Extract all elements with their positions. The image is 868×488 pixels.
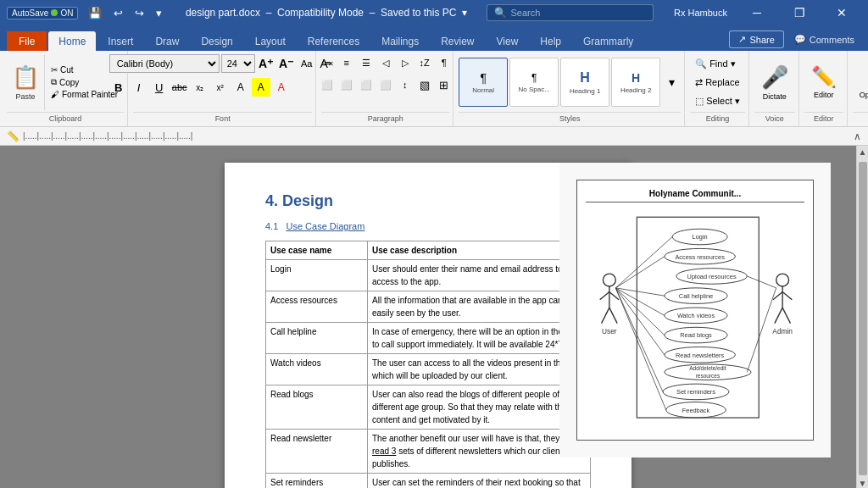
table-row: LoginUser should enter their name and em… (266, 259, 591, 291)
copy-icon: ⧉ (51, 77, 57, 87)
font-grow-button[interactable]: A⁺ (257, 54, 275, 73)
tab-mailings[interactable]: Mailings (371, 31, 429, 51)
tab-help[interactable]: Help (530, 31, 571, 51)
tab-review[interactable]: Review (431, 31, 484, 51)
redo-icon[interactable]: ↪ (131, 5, 147, 21)
select-button[interactable]: ⬚ Select ▾ (690, 92, 745, 109)
grammarly-label: Grammarly (853, 112, 868, 125)
svg-line-12 (782, 308, 790, 324)
replace-button[interactable]: ⇄ Replace (690, 74, 745, 91)
dictate-button[interactable]: 🎤 Dictate (754, 54, 795, 110)
tab-view[interactable]: View (487, 31, 529, 51)
save-icon[interactable]: 💾 (85, 5, 105, 21)
tab-layout[interactable]: Layout (245, 31, 296, 51)
editor-button[interactable]: ✏️ Editor (804, 54, 843, 110)
svg-text:Watch videos: Watch videos (677, 312, 715, 319)
chapter-heading: 4. Design (265, 190, 591, 213)
case-button[interactable]: Aa (298, 54, 316, 73)
editor-icon: ✏️ (811, 65, 837, 89)
subscript-button[interactable]: x₂ (191, 78, 209, 97)
bullets-button[interactable]: ≔ (318, 54, 337, 71)
style-no-spacing[interactable]: ¶ No Spac... (509, 58, 559, 107)
tab-home[interactable]: Home (48, 31, 96, 51)
style-heading2-label: Heading 2 (620, 86, 651, 94)
scroll-down-button[interactable]: ▼ (857, 477, 868, 488)
find-icon: 🔍 (695, 58, 707, 69)
tab-design[interactable]: Design (191, 31, 242, 51)
saved-status: Saved to this PC (381, 7, 456, 19)
text-effects-button[interactable]: A (231, 78, 250, 97)
compatibility-mode: Compatibility Mode (277, 7, 364, 19)
collapse-ribbon-button[interactable]: ∧ (854, 130, 861, 142)
line-spacing-button[interactable]: ↕ (396, 76, 415, 93)
undo-icon[interactable]: ↩ (110, 5, 126, 21)
strikethrough-button[interactable]: abc (170, 78, 189, 97)
restore-button[interactable]: ❐ (780, 0, 819, 25)
table-cell-description: User can also read the blogs of differen… (368, 385, 591, 429)
grammarly-button[interactable]: G Open Grammarly (853, 54, 868, 110)
italic-button[interactable]: I (130, 78, 148, 97)
show-marks-button[interactable]: ¶ (435, 54, 453, 71)
align-right-button[interactable]: ⬜ (357, 76, 376, 93)
paragraph-content: ≔ ≡ ☰ ◁ ▷ ↕Z ¶ ⬜ ⬜ ⬜ ⬜ ↕ ▧ ⊞ (318, 54, 453, 110)
uml-svg: User Admin Login (586, 209, 806, 430)
font-color-button[interactable]: A (272, 78, 291, 97)
superscript-button[interactable]: x² (211, 78, 230, 97)
table-cell-name: Watch videos (266, 353, 368, 385)
style-normal[interactable]: ¶ Normal (459, 58, 508, 107)
increase-indent-button[interactable]: ▷ (396, 54, 415, 71)
shading-button[interactable]: ▧ (415, 76, 434, 93)
cut-icon: ✂ (51, 65, 58, 75)
comments-button[interactable]: 💬 Comments (787, 31, 861, 47)
borders-button[interactable]: ⊞ (435, 76, 453, 93)
paste-button[interactable]: 📋 Paste (7, 54, 45, 110)
search-input[interactable] (510, 8, 646, 18)
sort-button[interactable]: ↕Z (415, 54, 434, 71)
editor-group: ✏️ Editor Editor (801, 51, 848, 126)
decrease-indent-button[interactable]: ◁ (376, 54, 395, 71)
style-heading1-preview: H (580, 70, 590, 86)
ribbon: 📋 Paste ✂ Cut ⧉ Copy 🖌 Format Painter Cl… (0, 51, 868, 127)
svg-text:Call helpline: Call helpline (679, 292, 713, 300)
svg-line-3 (609, 292, 619, 300)
find-button[interactable]: 🔍 Find ▾ (690, 55, 745, 72)
clipboard-content: 📋 Paste ✂ Cut ⧉ Copy 🖌 Format Painter (7, 54, 124, 110)
bold-button[interactable]: B (109, 78, 128, 97)
style-heading2[interactable]: H Heading 2 (611, 58, 660, 107)
numbering-button[interactable]: ≡ (337, 54, 356, 71)
tab-references[interactable]: References (298, 31, 370, 51)
styles-more-button[interactable]: ▾ (662, 74, 681, 91)
share-button[interactable]: ↗ Share (729, 30, 783, 48)
style-heading1[interactable]: H Heading 1 (560, 58, 609, 107)
font-size-select[interactable]: 24 (221, 54, 255, 73)
align-center-button[interactable]: ⬜ (337, 76, 356, 93)
justify-button[interactable]: ⬜ (376, 76, 395, 93)
multilevel-button[interactable]: ☰ (357, 54, 376, 71)
font-family-select[interactable]: Calibri (Body) (109, 54, 220, 73)
customize-icon[interactable]: ▾ (153, 5, 165, 21)
tab-insert[interactable]: Insert (97, 31, 143, 51)
use-case-table: Use case name Use case description Login… (265, 241, 591, 489)
voice-label: Voice (754, 112, 795, 125)
para-row-1: ≔ ≡ ☰ ◁ ▷ ↕Z ¶ (318, 54, 453, 71)
align-left-button[interactable]: ⬜ (318, 76, 337, 93)
svg-line-2 (600, 292, 609, 300)
tab-grammarly[interactable]: Grammarly (573, 31, 643, 51)
highlight-button[interactable]: A (252, 78, 270, 97)
scrollbar-right[interactable]: ▲ ▼ (856, 146, 868, 488)
scroll-up-button[interactable]: ▲ (857, 146, 868, 158)
minimize-button[interactable]: ─ (737, 0, 776, 25)
scrollbar-thumb[interactable] (859, 162, 867, 475)
tab-draw[interactable]: Draw (145, 31, 189, 51)
underline-button[interactable]: U (150, 78, 169, 97)
search-icon: 🔍 (494, 7, 507, 19)
titlebar-left: AutoSave ON 💾 ↩ ↪ ▾ (7, 5, 165, 21)
tab-file[interactable]: File (7, 31, 47, 51)
font-shrink-button[interactable]: A⁻ (277, 54, 296, 73)
table-header-name: Use case name (266, 241, 368, 259)
table-cell-name: Read blogs (266, 385, 368, 429)
font-content: Calibri (Body) 24 A⁺ A⁻ Aa A✕ B I U abc … (109, 54, 337, 110)
close-button[interactable]: ✕ (822, 0, 861, 25)
autosave-dot (51, 9, 58, 16)
autosave-badge[interactable]: AutoSave ON (7, 7, 78, 19)
